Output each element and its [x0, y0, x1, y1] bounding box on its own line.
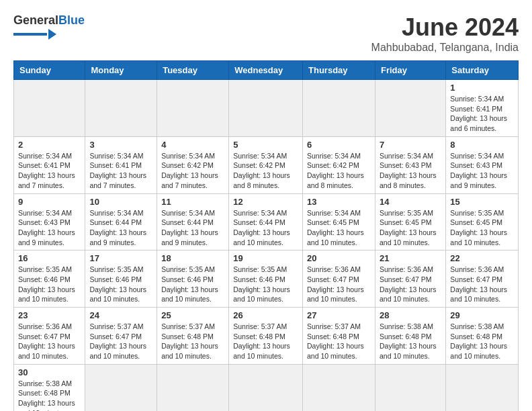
weekday-header-monday: Monday — [85, 61, 157, 80]
calendar-week-0: 1Sunrise: 5:34 AMSunset: 6:41 PMDaylight… — [14, 80, 519, 137]
sun-info: Sunrise: 5:35 AMSunset: 6:45 PMDaylight:… — [450, 208, 514, 248]
weekday-header-row: SundayMondayTuesdayWednesdayThursdayFrid… — [14, 61, 519, 80]
day-number: 29 — [450, 310, 514, 320]
day-number: 24 — [89, 310, 152, 320]
logo: General Blue — [13, 13, 85, 40]
cell-content-1: 1Sunrise: 5:34 AMSunset: 6:41 PMDaylight… — [450, 83, 514, 134]
calendar-cell-0-3 — [229, 80, 303, 137]
cell-content-19: 19Sunrise: 5:35 AMSunset: 6:46 PMDayligh… — [233, 253, 298, 304]
sun-info: Sunrise: 5:37 AMSunset: 6:47 PMDaylight:… — [89, 322, 152, 361]
sun-info: Sunrise: 5:34 AMSunset: 6:42 PMDaylight:… — [233, 151, 298, 191]
calendar-cell-4-4: 27Sunrise: 5:37 AMSunset: 6:48 PMDayligh… — [303, 308, 375, 365]
day-number: 4 — [161, 140, 224, 150]
month-title: June 2024 — [371, 13, 519, 42]
calendar-cell-2-4: 13Sunrise: 5:34 AMSunset: 6:45 PMDayligh… — [303, 193, 375, 250]
cell-content-20: 20Sunrise: 5:36 AMSunset: 6:47 PMDayligh… — [307, 253, 371, 304]
day-number: 15 — [450, 197, 514, 207]
day-number: 23 — [18, 310, 81, 320]
sun-info: Sunrise: 5:34 AMSunset: 6:43 PMDaylight:… — [450, 151, 514, 191]
cell-content-5: 5Sunrise: 5:34 AMSunset: 6:42 PMDaylight… — [233, 140, 298, 191]
cell-content-11: 11Sunrise: 5:34 AMSunset: 6:44 PMDayligh… — [161, 197, 224, 248]
sun-info: Sunrise: 5:35 AMSunset: 6:46 PMDaylight:… — [18, 265, 81, 304]
calendar-cell-4-5: 28Sunrise: 5:38 AMSunset: 6:48 PMDayligh… — [375, 308, 445, 365]
cell-content-7: 7Sunrise: 5:34 AMSunset: 6:43 PMDaylight… — [380, 140, 441, 191]
sun-info: Sunrise: 5:38 AMSunset: 6:48 PMDaylight:… — [450, 322, 514, 361]
calendar-cell-4-2: 25Sunrise: 5:37 AMSunset: 6:48 PMDayligh… — [157, 308, 229, 365]
calendar-cell-3-5: 21Sunrise: 5:36 AMSunset: 6:47 PMDayligh… — [375, 250, 445, 308]
calendar-cell-3-0: 16Sunrise: 5:35 AMSunset: 6:46 PMDayligh… — [14, 250, 85, 308]
weekday-header-wednesday: Wednesday — [229, 61, 303, 80]
day-number: 5 — [233, 140, 298, 150]
cell-content-23: 23Sunrise: 5:36 AMSunset: 6:47 PMDayligh… — [18, 310, 81, 361]
calendar-cell-4-3: 26Sunrise: 5:37 AMSunset: 6:48 PMDayligh… — [229, 308, 303, 365]
calendar-cell-2-2: 11Sunrise: 5:34 AMSunset: 6:44 PMDayligh… — [157, 193, 229, 250]
calendar-cell-3-6: 22Sunrise: 5:36 AMSunset: 6:47 PMDayligh… — [446, 250, 519, 308]
day-number: 21 — [380, 253, 441, 263]
calendar-cell-0-1 — [85, 80, 157, 137]
day-number: 22 — [450, 253, 514, 263]
logo-triangle — [48, 29, 56, 40]
cell-content-2: 2Sunrise: 5:34 AMSunset: 6:41 PMDaylight… — [18, 140, 81, 191]
cell-content-27: 27Sunrise: 5:37 AMSunset: 6:48 PMDayligh… — [307, 310, 371, 361]
day-number: 7 — [380, 140, 441, 150]
title-area: June 2024 Mahbubabad, Telangana, India — [371, 13, 519, 54]
day-number: 13 — [307, 197, 371, 207]
sun-info: Sunrise: 5:35 AMSunset: 6:46 PMDaylight:… — [89, 265, 152, 304]
calendar-cell-0-5 — [375, 80, 445, 137]
cell-content-18: 18Sunrise: 5:35 AMSunset: 6:46 PMDayligh… — [161, 253, 224, 304]
sun-info: Sunrise: 5:34 AMSunset: 6:41 PMDaylight:… — [450, 94, 514, 134]
sun-info: Sunrise: 5:34 AMSunset: 6:41 PMDaylight:… — [89, 151, 152, 191]
day-number: 8 — [450, 140, 514, 150]
cell-content-24: 24Sunrise: 5:37 AMSunset: 6:47 PMDayligh… — [89, 310, 152, 361]
sun-info: Sunrise: 5:36 AMSunset: 6:47 PMDaylight:… — [380, 265, 441, 304]
calendar-cell-3-1: 17Sunrise: 5:35 AMSunset: 6:46 PMDayligh… — [85, 250, 157, 308]
calendar-cell-5-3 — [229, 364, 303, 411]
day-number: 27 — [307, 310, 371, 320]
cell-content-30: 30Sunrise: 5:38 AMSunset: 6:48 PMDayligh… — [18, 367, 81, 411]
logo-blue: Blue — [58, 13, 85, 28]
calendar-cell-0-0 — [14, 80, 85, 137]
calendar-cell-0-4 — [303, 80, 375, 137]
sun-info: Sunrise: 5:36 AMSunset: 6:47 PMDaylight:… — [18, 322, 81, 361]
cell-content-29: 29Sunrise: 5:38 AMSunset: 6:48 PMDayligh… — [450, 310, 514, 361]
header: General Blue June 2024 Mahbubabad, Telan… — [13, 13, 519, 54]
cell-content-15: 15Sunrise: 5:35 AMSunset: 6:45 PMDayligh… — [450, 197, 514, 248]
sun-info: Sunrise: 5:34 AMSunset: 6:44 PMDaylight:… — [89, 208, 152, 248]
calendar-cell-2-0: 9Sunrise: 5:34 AMSunset: 6:43 PMDaylight… — [14, 193, 85, 250]
calendar-cell-5-4 — [303, 364, 375, 411]
calendar-cell-1-4: 6Sunrise: 5:34 AMSunset: 6:42 PMDaylight… — [303, 136, 375, 193]
day-number: 1 — [450, 83, 514, 93]
weekday-header-friday: Friday — [375, 61, 445, 80]
day-number: 2 — [18, 140, 81, 150]
calendar-week-2: 9Sunrise: 5:34 AMSunset: 6:43 PMDaylight… — [14, 193, 519, 250]
cell-content-8: 8Sunrise: 5:34 AMSunset: 6:43 PMDaylight… — [450, 140, 514, 191]
cell-content-13: 13Sunrise: 5:34 AMSunset: 6:45 PMDayligh… — [307, 197, 371, 248]
calendar-cell-0-6: 1Sunrise: 5:34 AMSunset: 6:41 PMDaylight… — [446, 80, 519, 137]
day-number: 30 — [18, 367, 81, 377]
cell-content-21: 21Sunrise: 5:36 AMSunset: 6:47 PMDayligh… — [380, 253, 441, 304]
cell-content-12: 12Sunrise: 5:34 AMSunset: 6:44 PMDayligh… — [233, 197, 298, 248]
sun-info: Sunrise: 5:37 AMSunset: 6:48 PMDaylight:… — [307, 322, 371, 361]
day-number: 18 — [161, 253, 224, 263]
calendar-cell-1-2: 4Sunrise: 5:34 AMSunset: 6:42 PMDaylight… — [157, 136, 229, 193]
sun-info: Sunrise: 5:35 AMSunset: 6:46 PMDaylight:… — [161, 265, 224, 304]
weekday-header-saturday: Saturday — [446, 61, 519, 80]
sun-info: Sunrise: 5:34 AMSunset: 6:42 PMDaylight:… — [307, 151, 371, 191]
calendar-cell-5-1 — [85, 364, 157, 411]
calendar-cell-3-2: 18Sunrise: 5:35 AMSunset: 6:46 PMDayligh… — [157, 250, 229, 308]
calendar-cell-3-3: 19Sunrise: 5:35 AMSunset: 6:46 PMDayligh… — [229, 250, 303, 308]
day-number: 28 — [380, 310, 441, 320]
cell-content-26: 26Sunrise: 5:37 AMSunset: 6:48 PMDayligh… — [233, 310, 298, 361]
calendar-cell-2-3: 12Sunrise: 5:34 AMSunset: 6:44 PMDayligh… — [229, 193, 303, 250]
calendar-cell-4-1: 24Sunrise: 5:37 AMSunset: 6:47 PMDayligh… — [85, 308, 157, 365]
cell-content-10: 10Sunrise: 5:34 AMSunset: 6:44 PMDayligh… — [89, 197, 152, 248]
calendar-week-3: 16Sunrise: 5:35 AMSunset: 6:46 PMDayligh… — [14, 250, 519, 308]
day-number: 3 — [89, 140, 152, 150]
calendar-week-4: 23Sunrise: 5:36 AMSunset: 6:47 PMDayligh… — [14, 308, 519, 365]
day-number: 11 — [161, 197, 224, 207]
location-title: Mahbubabad, Telangana, India — [371, 42, 519, 54]
sun-info: Sunrise: 5:34 AMSunset: 6:43 PMDaylight:… — [380, 151, 441, 191]
sun-info: Sunrise: 5:38 AMSunset: 6:48 PMDaylight:… — [380, 322, 441, 361]
calendar-week-1: 2Sunrise: 5:34 AMSunset: 6:41 PMDaylight… — [14, 136, 519, 193]
weekday-header-thursday: Thursday — [303, 61, 375, 80]
